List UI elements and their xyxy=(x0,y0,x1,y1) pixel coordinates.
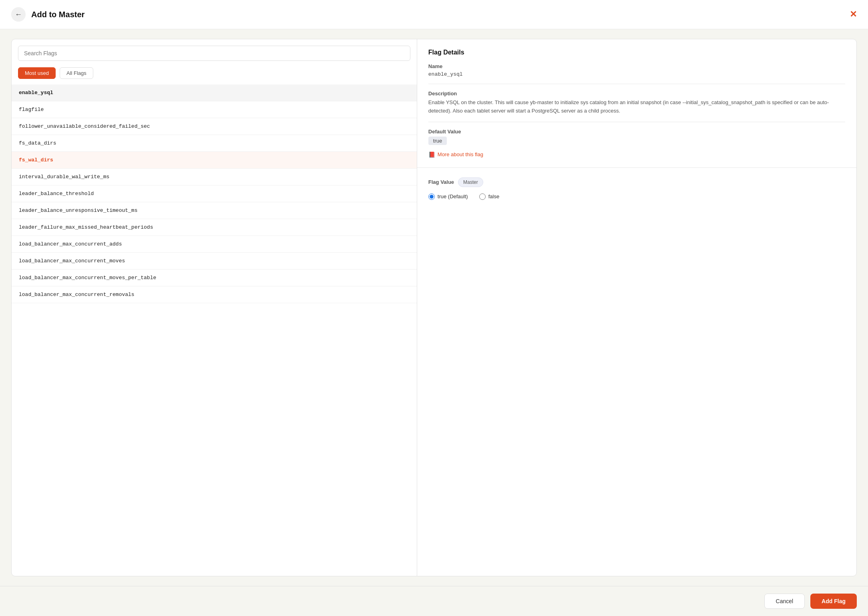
flag-item-load-balancer-adds[interactable]: load_balancer_max_concurrent_adds xyxy=(12,236,417,253)
search-area xyxy=(12,39,417,67)
flag-item-leader-balance-threshold[interactable]: leader_balance_threshold xyxy=(12,185,417,202)
name-field: Name enable_ysql xyxy=(428,63,845,77)
dialog-header: ← Add to Master ✕ xyxy=(0,0,868,29)
dialog-body: Most used All Flags enable_ysql flagfile… xyxy=(0,29,868,586)
divider-1 xyxy=(428,84,845,84)
radio-false[interactable]: false xyxy=(479,193,499,200)
tab-all-flags[interactable]: All Flags xyxy=(60,67,93,79)
flag-value-header: Flag Value Master xyxy=(428,177,845,187)
more-link-label: More about this flag xyxy=(438,151,483,157)
flag-value-section: Flag Value Master true (Default) false xyxy=(417,168,856,209)
dialog-title: Add to Master xyxy=(31,10,84,19)
flag-item-leader-failure-max[interactable]: leader_failure_max_missed_heartbeat_peri… xyxy=(12,219,417,236)
flag-details-section: Flag Details Name enable_ysql Descriptio… xyxy=(417,39,856,168)
radio-group: true (Default) false xyxy=(428,193,845,200)
default-value-label: Default Value xyxy=(428,129,845,135)
main-panel: Most used All Flags enable_ysql flagfile… xyxy=(11,39,857,576)
cancel-button[interactable]: Cancel xyxy=(764,594,805,609)
flag-item-load-balancer-moves[interactable]: load_balancer_max_concurrent_moves xyxy=(12,253,417,270)
flag-details-title: Flag Details xyxy=(428,49,845,56)
flag-item-interval-durable[interactable]: interval_durable_wal_write_ms xyxy=(12,169,417,185)
divider-2 xyxy=(428,122,845,122)
close-button[interactable]: ✕ xyxy=(850,10,857,19)
radio-true-label: true (Default) xyxy=(438,193,468,199)
flags-list: enable_ysql flagfile follower_unavailabl… xyxy=(12,85,417,576)
right-panel: Flag Details Name enable_ysql Descriptio… xyxy=(417,39,856,576)
tab-most-used[interactable]: Most used xyxy=(18,67,56,79)
flag-item-flagfile[interactable]: flagfile xyxy=(12,101,417,118)
name-label: Name xyxy=(428,63,845,69)
flag-value-label: Flag Value xyxy=(428,179,454,185)
radio-false-label: false xyxy=(488,193,499,199)
description-field: Description Enable YSQL on the cluster. … xyxy=(428,91,845,115)
header-left: ← Add to Master xyxy=(11,7,84,22)
master-badge: Master xyxy=(458,177,483,187)
flag-item-fs-data-dirs[interactable]: fs_data_dirs xyxy=(12,135,417,152)
flag-item-leader-balance-unresponsive[interactable]: leader_balance_unresponsive_timeout_ms xyxy=(12,202,417,219)
add-flag-button[interactable]: Add Flag xyxy=(810,594,857,609)
flag-item-load-balancer-moves-per-table[interactable]: load_balancer_max_concurrent_moves_per_t… xyxy=(12,270,417,286)
book-icon: 📕 xyxy=(428,151,435,158)
flag-item-follower-unavailable[interactable]: follower_unavailable_considered_failed_s… xyxy=(12,118,417,135)
radio-false-input[interactable] xyxy=(479,193,486,200)
flag-item-enable-ysql[interactable]: enable_ysql xyxy=(12,85,417,101)
left-panel: Most used All Flags enable_ysql flagfile… xyxy=(12,39,417,576)
flag-item-fs-wal-dirs[interactable]: fs_wal_dirs xyxy=(12,152,417,169)
default-value-field: Default Value true xyxy=(428,129,845,145)
more-about-flag-link[interactable]: 📕 More about this flag xyxy=(428,151,845,158)
description-text: Enable YSQL on the cluster. This will ca… xyxy=(428,99,845,115)
back-button[interactable]: ← xyxy=(11,7,26,22)
radio-true-input[interactable] xyxy=(428,193,435,200)
flag-item-load-balancer-removals[interactable]: load_balancer_max_concurrent_removals xyxy=(12,286,417,303)
search-input[interactable] xyxy=(18,46,410,61)
default-value-badge: true xyxy=(428,137,447,145)
dialog-footer: Cancel Add Flag xyxy=(0,586,868,616)
description-label: Description xyxy=(428,91,845,97)
radio-true-default[interactable]: true (Default) xyxy=(428,193,468,200)
name-value: enable_ysql xyxy=(428,71,845,77)
filter-tabs: Most used All Flags xyxy=(12,67,417,85)
